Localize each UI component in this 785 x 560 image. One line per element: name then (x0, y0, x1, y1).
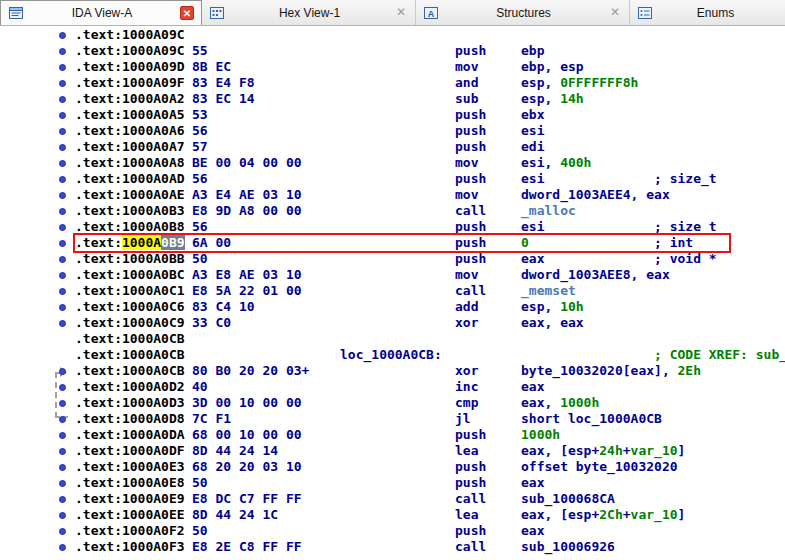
byte-codes: A3 E4 AE 03 10 (192, 187, 455, 203)
flow-dot (59, 240, 66, 247)
flow-dot (59, 432, 66, 439)
tab-close-icon[interactable]: ✕ (608, 6, 622, 20)
address-part: .text: (75, 235, 122, 250)
asm-line[interactable]: .text:1000A09C (0, 27, 785, 43)
mnemonic: xor (455, 363, 521, 379)
tab-ida-view-a[interactable]: IDA View-A✕ (0, 0, 202, 25)
mnemonic: jl (455, 411, 521, 427)
asm-line[interactable]: .text:1000A0CBloc_1000A0CB:; CODE XREF: … (0, 347, 785, 363)
operand-part: eax, eax (521, 315, 584, 330)
tab-hex-view-1[interactable]: Hex View-1✕ (202, 0, 416, 25)
operand-part: ] (678, 507, 686, 522)
address: .text:1000A0A2 (75, 91, 192, 107)
byte-codes: 3D 00 10 00 00 (192, 395, 455, 411)
operand-part: _memset (521, 283, 576, 298)
asm-line[interactable]: .text:1000A0C683 C4 10addesp, 10h (0, 299, 785, 315)
operand-part: esi (521, 171, 544, 186)
operand-part: var_10 (631, 443, 678, 458)
asm-line[interactable]: .text:1000A0F250pusheax (0, 523, 785, 539)
byte-codes: 80 B0 20 20 03+ (192, 363, 455, 379)
ida-view-icon (8, 5, 24, 21)
address: .text:1000A0C9 (75, 315, 192, 331)
mnemonic: call (455, 491, 521, 507)
operand-part: 400h (560, 155, 591, 170)
asm-line[interactable]: .text:1000A0D87C F1jlshort loc_1000A0CB (0, 411, 785, 427)
byte-codes: 68 00 10 00 00 (192, 427, 455, 443)
operands: offset byte_10032020 (521, 459, 678, 475)
asm-line[interactable]: .text:1000A0F3E8 2E C8 FF FFcallsub_1000… (0, 539, 785, 555)
asm-line[interactable]: .text:1000A0B3E8 9D A8 00 00call_malloc (0, 203, 785, 219)
asm-line[interactable]: .text:1000A0C933 C0xoreax, eax (0, 315, 785, 331)
asm-line[interactable]: .text:1000A0B96A 00push0; int (0, 235, 785, 251)
asm-line[interactable]: .text:1000A0EE8D 44 24 1Cleaeax, [esp+2C… (0, 507, 785, 523)
operands: esp, 0FFFFFFF8h (521, 75, 654, 91)
byte-codes: 6A 00 (192, 235, 455, 251)
asm-line[interactable]: .text:1000A0BCA3 E8 AE 03 10movdword_100… (0, 267, 785, 283)
asm-line[interactable]: .text:1000A0E9E8 DC C7 FF FFcallsub_1000… (0, 491, 785, 507)
asm-line[interactable]: .text:1000A09D8B ECmovebp, esp (0, 59, 785, 75)
asm-line[interactable]: .text:1000A0AEA3 E4 AE 03 10movdword_100… (0, 187, 785, 203)
asm-line[interactable]: .text:1000A0BB50pusheax; void * (0, 251, 785, 267)
flow-dot (59, 448, 66, 455)
tab-structures[interactable]: AStructures✕ (416, 0, 630, 25)
comment: ; int (654, 235, 693, 251)
operands: byte_10032020[eax], 2Eh (521, 363, 701, 379)
asm-line[interactable]: .text:1000A0E850pusheax (0, 475, 785, 491)
tab-label: Enums (653, 6, 778, 20)
address: .text:1000A0C1 (75, 283, 192, 299)
mnemonic (455, 27, 521, 43)
operand-part: offset byte_10032020 (521, 459, 678, 474)
address: .text:1000A09C (75, 43, 192, 59)
mnemonic: push (455, 107, 521, 123)
operands: sub_100068CA (521, 491, 654, 507)
byte-codes (192, 331, 455, 347)
operands: eax, [esp+24h+var_10] (521, 443, 685, 459)
operands (521, 27, 654, 43)
asm-line[interactable]: .text:1000A0A757pushedi (0, 139, 785, 155)
asm-line[interactable]: .text:1000A0DF8D 44 24 14leaeax, [esp+24… (0, 443, 785, 459)
address: .text:1000A0F3 (75, 539, 192, 555)
asm-line[interactable]: .text:1000A0B856pushesi; size_t (0, 219, 785, 235)
mnemonic: push (455, 43, 521, 59)
asm-line[interactable]: .text:1000A0CB (0, 331, 785, 347)
operand-part: eax (521, 475, 544, 490)
address: .text:1000A09F (75, 75, 192, 91)
tab-label: Hex View-1 (225, 6, 394, 20)
operand-part: ebp, esp (521, 59, 584, 74)
operand-part: eax, (521, 395, 560, 410)
operand-part: esi (521, 123, 544, 138)
asm-line[interactable]: .text:1000A0A283 EC 14subesp, 14h (0, 91, 785, 107)
asm-line[interactable]: .text:1000A0C1E8 5A 22 01 00call_memset (0, 283, 785, 299)
asm-line[interactable]: .text:1000A09F83 E4 F8andesp, 0FFFFFFF8h (0, 75, 785, 91)
tab-label: Structures (439, 6, 608, 20)
tab-enums[interactable]: Enums (630, 0, 785, 25)
address: .text:1000A0A8 (75, 155, 192, 171)
tab-close-icon[interactable]: ✕ (180, 6, 194, 20)
byte-codes: 8D 44 24 14 (192, 443, 455, 459)
asm-line[interactable]: .text:1000A0A656pushesi (0, 123, 785, 139)
byte-codes: 33 C0 (192, 315, 455, 331)
asm-line[interactable]: .text:1000A0D240inceax (0, 379, 785, 395)
flow-dot (59, 96, 66, 103)
operand-part: short loc_1000A0CB (521, 411, 662, 426)
tab-close-icon[interactable]: ✕ (394, 6, 408, 20)
asm-line[interactable]: .text:1000A0D33D 00 10 00 00cmpeax, 1000… (0, 395, 785, 411)
asm-line[interactable]: .text:1000A0DA68 00 10 00 00push1000h (0, 427, 785, 443)
operand-part: dword_1003AEE4, eax (521, 187, 670, 202)
byte-codes: E8 9D A8 00 00 (192, 203, 455, 219)
flow-dot (59, 544, 66, 551)
operand-part: 14h (560, 91, 583, 106)
address: .text:1000A0BB (75, 251, 192, 267)
asm-line[interactable]: .text:1000A0AD56pushesi; size_t (0, 171, 785, 187)
asm-line[interactable]: .text:1000A0A8BE 00 04 00 00movesi, 400h (0, 155, 785, 171)
mnemonic: xor (455, 315, 521, 331)
asm-line[interactable]: .text:1000A0CB80 B0 20 20 03+xorbyte_100… (0, 363, 785, 379)
asm-line[interactable]: .text:1000A0E368 20 20 03 10pushoffset b… (0, 459, 785, 475)
byte-codes: 56 (192, 123, 455, 139)
asm-line[interactable]: .text:1000A09C55pushebp (0, 43, 785, 59)
asm-line[interactable]: .text:1000A0A553pushebx (0, 107, 785, 123)
operand-part: ] (678, 443, 686, 458)
operand-part: eax, [esp+ (521, 507, 599, 522)
flow-dot (59, 64, 66, 71)
operands: short loc_1000A0CB (521, 411, 662, 427)
